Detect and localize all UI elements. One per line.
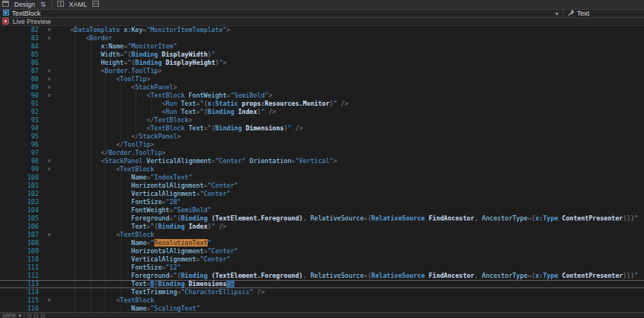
fold-margin [43, 305, 55, 312]
statusbar-icon[interactable] [28, 314, 31, 317]
fold-chevron-icon[interactable]: ∨ [43, 157, 55, 165]
zoom-chevron-icon[interactable]: ▾ [19, 313, 22, 318]
fold-chevron-icon[interactable]: ∨ [43, 83, 55, 92]
code-text: Height="{Binding DisplayHeight}"> [55, 59, 644, 67]
code-text: <StackPanel> [55, 83, 644, 92]
fold-margin [43, 247, 55, 255]
code-text: FontSize="12" [55, 264, 644, 272]
code-text: <Border [55, 34, 644, 42]
vertical-split-icon[interactable] [92, 1, 99, 8]
code-line[interactable]: 86 Height="{Binding DisplayHeight}"> [0, 59, 644, 67]
code-line[interactable]: 83∨ <Border [0, 34, 644, 42]
live-preview-icon[interactable] [2, 18, 9, 26]
swap-panes-icon[interactable]: ⇅ [40, 1, 46, 8]
code-line[interactable]: 89∨ <StackPanel> [0, 83, 644, 92]
fold-margin [43, 255, 55, 264]
code-line[interactable]: 87∨ <Border.ToolTip> [0, 67, 644, 75]
fold-margin [43, 272, 55, 280]
code-line[interactable]: 97 </Border.ToolTip> [0, 149, 644, 157]
code-line[interactable]: 96 </ToolTip> [0, 141, 644, 149]
fold-margin [43, 288, 55, 296]
fold-margin [43, 239, 55, 247]
statusbar-icon[interactable] [41, 314, 45, 317]
fold-chevron-icon[interactable]: ∨ [43, 26, 55, 34]
code-line[interactable]: 98∨ <StackPanel VerticalAlignment="Cente… [0, 157, 644, 165]
line-number: 87 [0, 67, 43, 75]
code-line[interactable]: 107∨ <TextBlock [0, 231, 644, 239]
fold-chevron-icon[interactable]: ∨ [43, 231, 55, 239]
code-line[interactable]: 109 HorizontalAlignment="Center" [0, 247, 644, 255]
xaml-tab[interactable]: XAML [68, 1, 89, 8]
code-line[interactable]: 111 FontSize="12" [0, 264, 644, 272]
xaml-element-icon [3, 10, 9, 17]
code-line[interactable]: 115∨ <TextBlock [0, 296, 644, 305]
code-line[interactable]: 91 <Run Text="{x:Static props:Resources.… [0, 100, 644, 108]
fold-margin [43, 42, 55, 51]
code-text: VerticalAlignment="Center" [55, 255, 644, 264]
code-line[interactable]: 95 </StackPanel> [0, 133, 644, 141]
member-dropdown[interactable]: Text [564, 10, 644, 17]
fold-chevron-icon[interactable]: ∨ [43, 75, 55, 83]
code-text: HorizontalAlignment="Center" [55, 182, 644, 190]
code-line[interactable]: 103 FontSize="28" [0, 198, 644, 206]
code-line[interactable]: 110 VerticalAlignment="Center" [0, 255, 644, 264]
code-line[interactable]: 101 HorizontalAlignment="Center" [0, 182, 644, 190]
statusbar-icon[interactable] [34, 314, 38, 317]
code-line[interactable]: 85 Width="{Binding DisplayWidth}" [0, 51, 644, 59]
fold-chevron-icon[interactable]: ∨ [43, 34, 55, 42]
code-line[interactable]: 99∨ <TextBlock [0, 165, 644, 174]
code-line[interactable]: 93 </TextBlock> [0, 116, 644, 124]
code-line[interactable]: 106 Text="{Binding Index}" /> [0, 223, 644, 231]
divider [51, 1, 52, 8]
code-text: <DataTemplate x:Key="MonitorItemTemplate… [55, 26, 644, 34]
fold-margin [43, 116, 55, 124]
fold-chevron-icon[interactable]: ∨ [43, 92, 55, 100]
code-line[interactable]: 82∨ <DataTemplate x:Key="MonitorItemTemp… [0, 26, 644, 34]
element-dropdown[interactable]: TextBlock ▾ [0, 10, 564, 17]
line-number: 110 [0, 255, 43, 264]
fold-chevron-icon[interactable]: ∨ [43, 165, 55, 174]
live-preview-bar: Live Preview [0, 18, 644, 26]
chevron-down-icon: ▾ [555, 10, 560, 17]
code-line[interactable]: 92 <Run Text="{Binding Index}" /> [0, 108, 644, 116]
code-line[interactable]: 116 Name="ScalingText" [0, 305, 644, 312]
line-number: 93 [0, 116, 43, 124]
code-line[interactable]: 90∨ <TextBlock FontWeight="SemiBold"> [0, 92, 644, 100]
code-text: Width="{Binding DisplayWidth}" [55, 51, 644, 59]
code-line[interactable]: 102 VerticalAlignment="Center" [0, 190, 644, 198]
zoom-level[interactable]: 100% [2, 313, 16, 318]
line-number: 114 [0, 288, 43, 296]
fold-margin [43, 223, 55, 231]
code-text: Text="{Binding Index}" /> [55, 223, 644, 231]
code-text: x:Name="MonitorItem" [55, 42, 644, 51]
line-number: 91 [0, 100, 43, 108]
pane-icon[interactable] [2, 1, 9, 8]
xaml-code-editor[interactable]: 82∨ <DataTemplate x:Key="MonitorItemTemp… [0, 26, 644, 312]
fold-chevron-icon[interactable]: ∨ [43, 67, 55, 75]
code-line[interactable]: 114 TextTrimming="CharacterEllipsis" /> [0, 288, 644, 296]
code-line[interactable]: 94 <TextBlock Text="{Binding Dimensions}… [0, 124, 644, 133]
fold-margin [43, 108, 55, 116]
line-number: 100 [0, 174, 43, 182]
live-preview-label[interactable]: Live Preview [13, 18, 51, 25]
code-line[interactable]: 105 Foreground="{Binding (TextElement.Fo… [0, 214, 644, 223]
design-tab[interactable]: Design [13, 1, 36, 8]
code-text: HorizontalAlignment="Center" [55, 247, 644, 255]
code-line[interactable]: 113 Text="{Binding Dimensions}" [0, 280, 644, 288]
line-number: 92 [0, 108, 43, 116]
fold-chevron-icon[interactable]: ∨ [43, 296, 55, 305]
fold-margin [43, 264, 55, 272]
code-text: Name="ResolutionText" [55, 239, 644, 247]
line-number: 88 [0, 75, 43, 83]
code-text: <Run Text="{Binding Index}" /> [55, 108, 644, 116]
fold-margin [43, 124, 55, 133]
code-line[interactable]: 108 Name="ResolutionText" [0, 239, 644, 247]
code-line[interactable]: 112 Foreground="{Binding (TextElement.Fo… [0, 272, 644, 280]
line-number: 108 [0, 239, 43, 247]
code-line[interactable]: 104 FontWeight="SemiBold" [0, 206, 644, 214]
code-line[interactable]: 84 x:Name="MonitorItem" [0, 42, 644, 51]
code-line[interactable]: 88∨ <ToolTip> [0, 75, 644, 83]
code-line[interactable]: 100 Name="IndexText" [0, 174, 644, 182]
code-text: <TextBlock [55, 231, 644, 239]
split-view-icon[interactable] [57, 1, 64, 8]
